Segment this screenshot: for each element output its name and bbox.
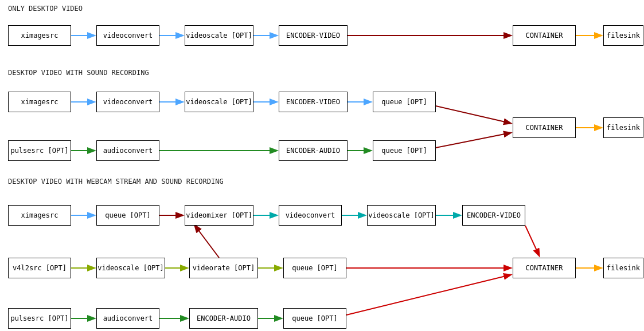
node-n7: ximagesrc bbox=[8, 92, 71, 112]
node-n8: videoconvert bbox=[96, 92, 159, 112]
section-label-s3: DESKTOP VIDEO WITH WEBCAM STREAM AND SOU… bbox=[8, 178, 224, 186]
node-n24: v4l2src [OPT] bbox=[8, 258, 71, 278]
node-n28: CONTAINER bbox=[513, 258, 576, 278]
node-n1: ximagesrc bbox=[8, 25, 71, 46]
node-n20: videomixer [OPT] bbox=[185, 205, 253, 226]
node-n13: filesink bbox=[603, 117, 643, 138]
svg-line-30 bbox=[346, 275, 510, 315]
node-n15: audioconvert bbox=[96, 140, 159, 161]
node-n16: ENCODER-AUDIO bbox=[279, 140, 348, 161]
node-n29: filesink bbox=[603, 258, 643, 278]
node-n4: ENCODER-VIDEO bbox=[279, 25, 348, 46]
node-n5: CONTAINER bbox=[513, 25, 576, 46]
node-n2: videoconvert bbox=[96, 25, 159, 46]
node-n23: ENCODER-VIDEO bbox=[462, 205, 525, 226]
node-n21: videoconvert bbox=[279, 205, 342, 226]
svg-line-20 bbox=[525, 226, 539, 255]
node-n22: videoscale [OPT] bbox=[367, 205, 436, 226]
node-n26: videorate [OPT] bbox=[189, 258, 258, 278]
section-label-s2: DESKTOP VIDEO WITH SOUND RECORDING bbox=[8, 69, 149, 77]
node-n12: CONTAINER bbox=[513, 117, 576, 138]
node-n31: audioconvert bbox=[96, 308, 159, 329]
arrows-svg bbox=[0, 0, 644, 331]
node-n25: videoscale [OPT] bbox=[96, 258, 165, 278]
node-n18: ximagesrc bbox=[8, 205, 71, 226]
node-n10: ENCODER-VIDEO bbox=[279, 92, 348, 112]
node-n9: videoscale [OPT] bbox=[185, 92, 253, 112]
node-n33: queue [OPT] bbox=[283, 308, 346, 329]
node-n30: pulsesrc [OPT] bbox=[8, 308, 71, 329]
node-n19: queue [OPT] bbox=[96, 205, 159, 226]
svg-line-24 bbox=[195, 226, 219, 258]
node-n3: videoscale [OPT] bbox=[185, 25, 253, 46]
svg-line-9 bbox=[436, 106, 510, 123]
node-n14: pulsesrc [OPT] bbox=[8, 140, 71, 161]
svg-line-14 bbox=[436, 133, 510, 148]
node-n6: filesink bbox=[603, 25, 643, 46]
node-n32: ENCODER-AUDIO bbox=[189, 308, 258, 329]
node-n27: queue [OPT] bbox=[283, 258, 346, 278]
node-n11: queue [OPT] bbox=[373, 92, 436, 112]
node-n17: queue [OPT] bbox=[373, 140, 436, 161]
section-label-s1: ONLY DESKTOP VIDEO bbox=[8, 5, 83, 13]
